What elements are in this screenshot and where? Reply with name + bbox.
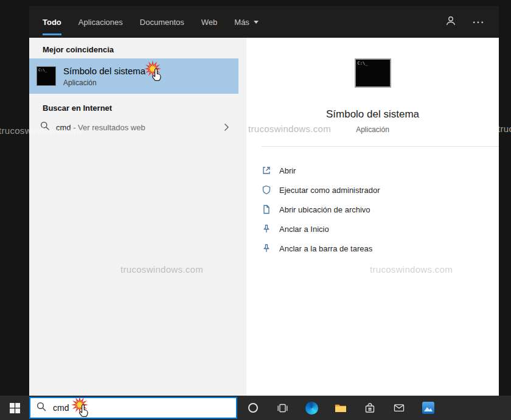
tab-documentos[interactable]: Documentos — [131, 6, 193, 38]
search-tabs: Todo Aplicaciones Documentos Web Más — [29, 6, 267, 38]
shield-icon — [262, 185, 271, 195]
command-prompt-icon-large: C:\_ — [355, 58, 391, 88]
active-tab-underline — [43, 33, 61, 35]
edge-icon — [305, 402, 318, 415]
photos-app-button[interactable] — [414, 396, 443, 420]
action-pin-to-taskbar[interactable]: Anclar a la barra de tareas — [246, 239, 499, 258]
best-match-item[interactable]: C:\_ Símbolo del sistema Aplicación — [29, 58, 238, 94]
action-run-as-admin[interactable]: Ejecutar como administrador — [246, 180, 499, 200]
watermark-text: trucoswindows.com — [498, 124, 511, 134]
tab-aplicaciones[interactable]: Aplicaciones — [70, 6, 131, 38]
tab-label: Todo — [43, 18, 61, 27]
store-icon — [364, 402, 376, 414]
web-search-item[interactable]: cmd - Ver resultados web — [29, 116, 246, 139]
action-list: Abrir Ejecutar como administrador — [246, 161, 499, 258]
action-label: Abrir ubicación de archivo — [279, 205, 370, 214]
pin-icon — [262, 243, 271, 253]
tab-label: Web — [201, 18, 218, 27]
results-panel: Mejor coincidencia C:\_ Símbolo del sist… — [29, 38, 246, 396]
more-options-icon[interactable]: ⋯ — [472, 16, 484, 28]
best-match-text: Símbolo del sistema Aplicación — [63, 66, 145, 87]
taskbar — [0, 396, 511, 420]
desktop-screen: Todo Aplicaciones Documentos Web Más — [0, 0, 511, 420]
divider — [262, 146, 499, 147]
web-query: cmd — [56, 123, 71, 132]
file-explorer-button[interactable] — [326, 396, 355, 420]
web-query-suffix: - Ver resultados web — [71, 123, 145, 132]
command-prompt-icon: C:\_ — [36, 66, 56, 86]
web-search-header: Buscar en Internet — [43, 103, 112, 113]
open-icon — [262, 166, 271, 175]
action-label: Ejecutar como administrador — [279, 186, 380, 195]
header-actions: ⋯ — [445, 6, 499, 38]
best-match-header: Mejor coincidencia — [43, 45, 114, 54]
tab-label: Documentos — [140, 18, 184, 27]
action-open[interactable]: Abrir — [246, 161, 499, 180]
windows-logo-icon — [10, 403, 20, 413]
action-label: Anclar a la barra de tareas — [279, 244, 372, 253]
search-icon — [40, 121, 50, 133]
search-flyout: Todo Aplicaciones Documentos Web Más — [29, 6, 499, 396]
taskbar-icons — [238, 396, 443, 420]
user-icon[interactable] — [445, 15, 456, 29]
start-button[interactable] — [0, 396, 29, 420]
pin-icon — [262, 224, 271, 234]
detail-title: Símbolo del sistema — [246, 108, 499, 121]
mail-button[interactable] — [384, 396, 414, 420]
action-label: Abrir — [279, 166, 296, 175]
document-icon — [262, 205, 271, 214]
search-header: Todo Aplicaciones Documentos Web Más — [29, 6, 499, 38]
task-view-icon — [277, 402, 288, 414]
file-explorer-icon — [335, 403, 347, 413]
taskbar-search-box[interactable] — [29, 397, 237, 419]
cortana-button[interactable] — [238, 396, 268, 420]
tab-todo[interactable]: Todo — [43, 6, 70, 38]
mail-icon — [393, 402, 405, 414]
action-open-file-location[interactable]: Abrir ubicación de archivo — [246, 200, 499, 219]
task-view-button[interactable] — [268, 396, 297, 420]
tab-label: Más — [234, 18, 249, 27]
store-button[interactable] — [355, 396, 384, 420]
detail-panel: C:\_ Símbolo del sistema Aplicación Abri… — [246, 38, 499, 396]
search-icon — [36, 402, 47, 415]
action-label: Anclar a Inicio — [279, 225, 329, 234]
cortana-icon — [248, 403, 258, 413]
chevron-down-icon — [254, 21, 259, 24]
taskbar-search-input[interactable] — [53, 403, 199, 413]
tab-mas[interactable]: Más — [226, 6, 267, 38]
action-pin-to-start[interactable]: Anclar a Inicio — [246, 219, 499, 239]
tab-label: Aplicaciones — [78, 18, 123, 27]
edge-button[interactable] — [297, 396, 326, 420]
web-search-text: cmd - Ver resultados web — [56, 123, 145, 132]
tab-web[interactable]: Web — [193, 6, 226, 38]
chevron-right-icon[interactable] — [224, 123, 229, 131]
best-match-subtitle: Aplicación — [63, 79, 145, 87]
photos-app-icon — [422, 402, 434, 414]
best-match-title: Símbolo del sistema — [63, 66, 145, 76]
detail-subtitle: Aplicación — [246, 125, 499, 134]
